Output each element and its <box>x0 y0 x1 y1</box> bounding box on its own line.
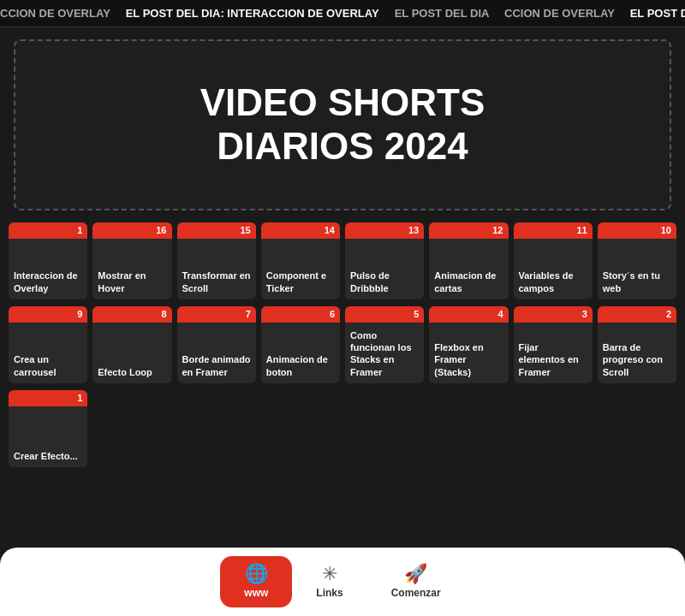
grid-item[interactable]: 14 Component e Ticker <box>261 222 340 299</box>
grid-item[interactable]: 3 Fijar elementos en Framer <box>514 306 593 383</box>
grid-item-badge: 2 <box>598 306 676 323</box>
grid-item[interactable]: 10 Story´s en tu web <box>598 222 676 299</box>
grid-row-2: 9 Crea un carrousel 8 Efecto Loop 7 Bord… <box>9 306 676 383</box>
grid-item[interactable]: 9 Crea un carrousel <box>9 306 87 383</box>
grid-item-label: Como funcionan los Stacks en Framer <box>345 323 424 383</box>
grid-item-badge: 15 <box>177 222 256 239</box>
grid-item-label: Story´s en tu web <box>598 239 676 299</box>
bottom-btn-links[interactable]: ✳ Links <box>292 556 366 607</box>
grid-item[interactable]: 7 Borde animado en Framer <box>177 306 256 383</box>
bottom-btn-www[interactable]: 🌐 www <box>220 556 292 607</box>
grid-item-label: Pulso de Dribbble <box>345 239 424 299</box>
www-label: www <box>244 587 268 599</box>
grid-section: 1 Interaccion de Overlay 16 Mostrar en H… <box>0 222 685 467</box>
grid-item-badge: 13 <box>345 222 424 239</box>
grid-item-badge: 6 <box>261 306 340 323</box>
grid-item-label: Component e Ticker <box>261 239 340 299</box>
www-icon: 🌐 <box>245 565 268 583</box>
grid-item-badge: 7 <box>177 306 256 323</box>
grid-item-badge: 1 <box>9 390 87 406</box>
bottom-nav: 🌐 www ✳ Links 🚀 Comenzar <box>0 548 685 616</box>
grid-item-label: Crea un carrousel <box>9 323 87 383</box>
grid-item-badge: 5 <box>345 306 424 323</box>
grid-item[interactable]: 11 Variables de campos <box>514 222 593 299</box>
grid-item-label: Barra de progreso con Scroll <box>598 323 676 383</box>
grid-item-label: Borde animado en Framer <box>177 323 256 383</box>
grid-item-badge: 11 <box>514 222 593 239</box>
grid-item[interactable]: 15 Transformar en Scroll <box>177 222 256 299</box>
links-icon: ✳ <box>322 565 337 583</box>
grid-item-label: Fijar elementos en Framer <box>514 323 593 383</box>
grid-item-label: Variables de campos <box>514 239 593 299</box>
grid-item-badge: 12 <box>429 222 508 239</box>
grid-item[interactable]: 16 Mostrar en Hover <box>92 222 171 299</box>
grid-item[interactable]: 2 Barra de progreso con Scroll <box>598 306 676 383</box>
comenzar-icon: 🚀 <box>404 565 427 583</box>
grid-row-3: 1 Crear Efecto... <box>9 390 676 467</box>
grid-item[interactable]: 4 Flexbox en Framer (Stacks) <box>429 306 508 383</box>
grid-item-label: Interaccion de Overlay <box>9 239 87 299</box>
grid-item-label: Animacion de boton <box>261 323 340 383</box>
grid-item[interactable]: 1 Crear Efecto... <box>9 390 87 467</box>
grid-item-badge: 14 <box>261 222 340 239</box>
hero-section: VIDEO SHORTS DIARIOS 2024 <box>14 39 671 210</box>
grid-item-badge: 16 <box>92 222 171 239</box>
grid-item-label: Animacion de cartas <box>429 239 508 299</box>
ticker-text: CCION DE OVERLAY EL POST DEL DIA: INTERA… <box>0 7 685 20</box>
ticker-bar: CCION DE OVERLAY EL POST DEL DIA: INTERA… <box>0 0 685 27</box>
grid-item-label: Mostrar en Hover <box>92 239 171 299</box>
grid-item[interactable]: 6 Animacion de boton <box>261 306 340 383</box>
grid-item-label: Flexbox en Framer (Stacks) <box>429 323 508 383</box>
grid-row-1: 1 Interaccion de Overlay 16 Mostrar en H… <box>9 222 676 299</box>
grid-item-badge: 4 <box>429 306 508 323</box>
hero-title: VIDEO SHORTS DIARIOS 2024 <box>200 81 485 168</box>
comenzar-label: Comenzar <box>391 587 441 599</box>
grid-item-badge: 8 <box>92 306 171 323</box>
grid-item[interactable]: 13 Pulso de Dribbble <box>345 222 424 299</box>
grid-item-badge: 9 <box>9 306 87 323</box>
grid-item-badge: 1 <box>9 222 87 239</box>
grid-item-label: Transformar en Scroll <box>177 239 256 299</box>
grid-item-label: Efecto Loop <box>92 323 171 383</box>
grid-item-badge: 10 <box>598 222 676 239</box>
grid-item-label: Crear Efecto... <box>9 406 87 467</box>
grid-item[interactable]: 5 Como funcionan los Stacks en Framer <box>345 306 424 383</box>
grid-item[interactable]: 1 Interaccion de Overlay <box>9 222 87 299</box>
grid-item-badge: 3 <box>514 306 593 323</box>
grid-item[interactable]: 12 Animacion de cartas <box>429 222 508 299</box>
links-label: Links <box>316 587 342 599</box>
bottom-btn-comenzar[interactable]: 🚀 Comenzar <box>367 556 465 607</box>
grid-item[interactable]: 8 Efecto Loop <box>92 306 171 383</box>
